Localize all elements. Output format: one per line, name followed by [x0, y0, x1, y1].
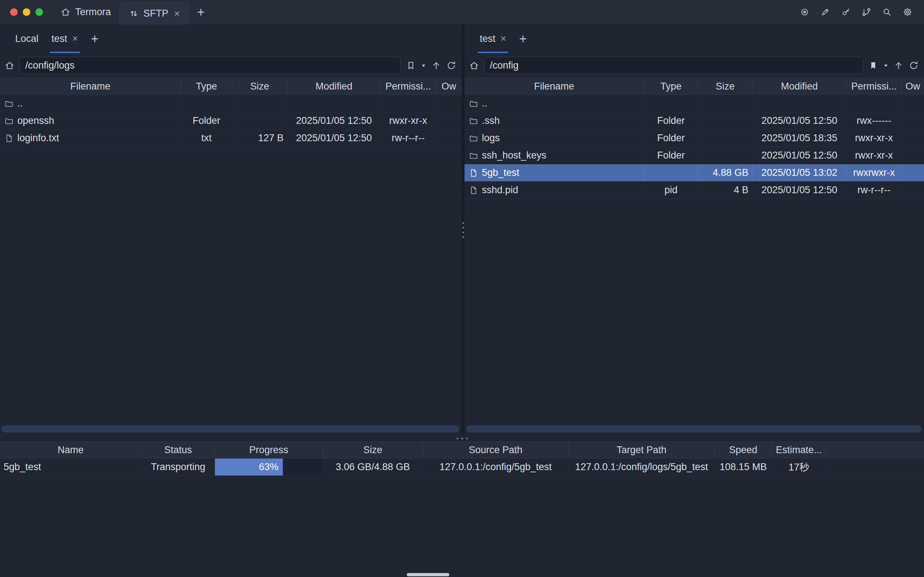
- zoom-window-button[interactable]: [35, 8, 43, 16]
- cell-owner: [436, 112, 462, 129]
- home-icon[interactable]: [4, 60, 15, 71]
- column-header[interactable]: Filename: [464, 78, 644, 95]
- table-header: FilenameTypeSizeModifiedPermissi...Ow: [0, 77, 462, 95]
- window-controls: [0, 8, 52, 16]
- table-row[interactable]: .sshFolder2025/01/05 12:50rwx------: [464, 112, 924, 130]
- transfers-splitter[interactable]: [0, 435, 924, 441]
- tab-test[interactable]: test ×: [45, 24, 84, 53]
- cell-size: 4.88 GB: [698, 164, 752, 181]
- table-row[interactable]: ..: [464, 95, 924, 112]
- column-header[interactable]: Type: [644, 78, 698, 95]
- cell-type: Folder: [644, 112, 698, 129]
- file-icon: [469, 168, 478, 178]
- left-file-table: FilenameTypeSizeModifiedPermissi...Ow ..…: [0, 77, 462, 435]
- column-header[interactable]: Ow: [436, 78, 462, 95]
- column-header[interactable]: Type: [181, 78, 232, 95]
- column-header[interactable]: Status: [142, 442, 215, 458]
- branch-icon[interactable]: [861, 7, 871, 17]
- refresh-icon[interactable]: [908, 60, 919, 71]
- column-header[interactable]: Size: [232, 78, 287, 95]
- add-tab-button[interactable]: +: [513, 24, 533, 53]
- close-tab-icon[interactable]: ×: [174, 9, 180, 19]
- bottom-scrollbar-thumb[interactable]: [407, 573, 449, 576]
- close-tab-icon[interactable]: ×: [501, 34, 506, 44]
- tab-label: Local: [15, 33, 39, 44]
- left-panel-tabs: Local test × +: [0, 24, 462, 53]
- tab-local[interactable]: Local: [9, 24, 45, 53]
- close-window-button[interactable]: [10, 8, 18, 16]
- horizontal-scrollbar-thumb[interactable]: [2, 425, 459, 433]
- transfer-row[interactable]: 5gb_testTransporting63%3.06 GB/4.88 GB12…: [0, 459, 924, 476]
- close-tab-icon[interactable]: ×: [72, 34, 78, 44]
- cell-permissions: rw-r--r--: [381, 130, 436, 147]
- path-input[interactable]: [484, 57, 863, 74]
- panel-splitter[interactable]: [462, 24, 464, 435]
- left-file-panel: Local test × +: [0, 24, 462, 435]
- key-icon[interactable]: [841, 7, 851, 17]
- table-row[interactable]: logsFolder2025/01/05 18:35rwxr-xr-x: [464, 130, 924, 147]
- edit-icon[interactable]: [820, 7, 830, 17]
- filename-text: ..: [17, 98, 23, 109]
- cell-modified: 2025/01/05 12:50: [287, 130, 381, 147]
- add-tab-button[interactable]: +: [84, 24, 105, 53]
- cell-filename: ..: [0, 95, 181, 112]
- column-header[interactable]: Modified: [287, 78, 381, 95]
- cell-permissions: rwx------: [847, 112, 901, 129]
- file-icon: [4, 134, 14, 143]
- filename-text: ssh_host_keys: [482, 150, 547, 161]
- cell-filename: loginfo.txt: [0, 130, 181, 147]
- record-icon[interactable]: [800, 7, 810, 17]
- filename-text: loginfo.txt: [17, 132, 59, 144]
- table-body: ...sshFolder2025/01/05 12:50rwx------log…: [464, 95, 924, 199]
- cell-type: pid: [644, 182, 698, 198]
- transfers-panel: NameStatusProgressSizeSource PathTarget …: [0, 441, 924, 476]
- settings-gear-icon[interactable]: [903, 7, 913, 17]
- column-header[interactable]: Source Path: [423, 442, 569, 458]
- table-row[interactable]: opensshFolder2025/01/05 12:50rwxr-xr-x: [0, 112, 462, 130]
- column-header[interactable]: Permissi...: [847, 78, 901, 95]
- search-icon[interactable]: [882, 7, 892, 17]
- table-row[interactable]: ssh_host_keysFolder2025/01/05 12:50rwxr-…: [464, 147, 924, 164]
- column-header[interactable]: Size: [323, 442, 423, 458]
- table-row[interactable]: sshd.pidpid4 B2025/01/05 12:50rw-r--r--: [464, 182, 924, 199]
- horizontal-scrollbar-thumb[interactable]: [466, 425, 921, 433]
- chevron-down-icon[interactable]: [883, 63, 889, 68]
- column-header[interactable]: Speed: [715, 442, 772, 458]
- column-header[interactable]: Name: [0, 442, 142, 458]
- cell-modified: 2025/01/05 12:50: [752, 147, 847, 164]
- parent-directory-icon[interactable]: [431, 60, 442, 71]
- cell-filename: .ssh: [464, 112, 644, 129]
- path-input[interactable]: [19, 57, 401, 74]
- table-row[interactable]: loginfo.txttxt127 B2025/01/05 12:50rw-r-…: [0, 130, 462, 147]
- column-header[interactable]: Filename: [0, 78, 181, 95]
- new-tab-button[interactable]: +: [189, 6, 213, 19]
- refresh-icon[interactable]: [446, 60, 456, 71]
- tab-test[interactable]: test ×: [473, 24, 513, 53]
- transfers-body: 5gb_testTransporting63%3.06 GB/4.88 GB12…: [0, 459, 924, 476]
- parent-directory-icon[interactable]: [893, 60, 904, 71]
- cell-modified: 2025/01/05 12:50: [752, 112, 847, 129]
- column-header[interactable]: Permissi...: [381, 78, 436, 95]
- table-row[interactable]: 5gb_test4.88 GB2025/01/05 13:02rwxrwxr-x: [464, 164, 924, 182]
- chevron-down-icon[interactable]: [421, 63, 426, 68]
- column-header[interactable]: Modified: [752, 78, 847, 95]
- cell-permissions: [381, 95, 436, 112]
- column-header[interactable]: Progress: [215, 442, 323, 458]
- column-header[interactable]: Target Path: [569, 442, 715, 458]
- tab-sftp[interactable]: SFTP ×: [119, 3, 189, 24]
- table-row[interactable]: ..: [0, 95, 462, 112]
- bookmark-icon[interactable]: [406, 60, 416, 71]
- bookmark-icon[interactable]: [868, 60, 879, 71]
- cell-filename: logs: [464, 130, 644, 147]
- cell-speed: 108.15 MB: [715, 459, 772, 475]
- minimize-window-button[interactable]: [23, 8, 31, 16]
- tab-termora[interactable]: Termora: [52, 0, 119, 24]
- cell-size: [698, 147, 752, 164]
- column-header[interactable]: Ow: [901, 78, 924, 95]
- cell-type: txt: [181, 130, 232, 147]
- home-icon[interactable]: [469, 60, 479, 71]
- column-header[interactable]: Estimate...: [772, 442, 826, 458]
- column-header[interactable]: Size: [698, 78, 752, 95]
- progress-fill: 63%: [215, 459, 283, 475]
- cell-type: Folder: [644, 130, 698, 147]
